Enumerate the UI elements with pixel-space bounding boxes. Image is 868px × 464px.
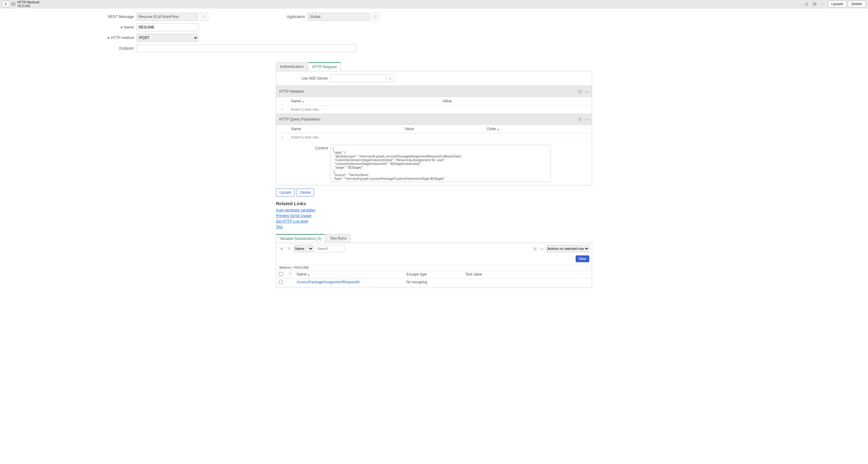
name-label: Name: [124, 25, 134, 29]
headers-table-head: Name▲ Value: [276, 97, 592, 105]
add-row-icon[interactable]: +: [276, 133, 289, 141]
http-method-label: HTTP method: [111, 36, 134, 40]
list-head: Name▲ Escape type Test value: [276, 271, 592, 279]
list-breadcrumb[interactable]: Method = RESUME: [276, 264, 592, 271]
link-preview-script[interactable]: Preview Script Usage: [276, 213, 592, 218]
query-table-head: Name Value Order▲: [276, 125, 592, 133]
svg-point-10: [389, 77, 391, 79]
delete-button[interactable]: Delete: [297, 188, 314, 196]
mid-server-label: Use MID Server: [276, 76, 331, 81]
name-field[interactable]: [136, 23, 198, 31]
svg-line-13: [290, 274, 291, 275]
list-col-name[interactable]: Name: [297, 272, 307, 276]
insert-row-text: Insert a new row...: [289, 105, 440, 114]
query-col-name[interactable]: Name: [289, 125, 402, 133]
application-field[interactable]: [308, 13, 370, 21]
http-headers-title: HTTP Headers: [279, 89, 304, 94]
actions-select[interactable]: Actions on selected rows...: [546, 245, 589, 252]
required-icon: ✱: [107, 36, 110, 40]
endpoint-label: Endpoint: [119, 46, 134, 51]
list-settings-icon[interactable]: ⚙: [532, 246, 538, 251]
application-info-icon[interactable]: [371, 13, 379, 21]
row-search-icon[interactable]: [285, 272, 295, 277]
query-params-section: HTTP Query Parameters ⚙ —: [276, 114, 592, 125]
link-test[interactable]: Test: [276, 224, 592, 230]
delete-button-top[interactable]: Delete: [848, 1, 866, 7]
section-settings-icon[interactable]: ⚙: [578, 117, 583, 122]
sort-asc-icon: ▲: [302, 100, 304, 103]
headers-col-value[interactable]: Value: [440, 97, 592, 105]
select-all-checkbox[interactable]: [279, 272, 283, 276]
svg-rect-3: [815, 4, 816, 6]
rest-message-label: REST Message: [108, 14, 134, 19]
more-icon[interactable]: ⋯: [819, 1, 826, 7]
menu-icon[interactable]: [11, 2, 16, 6]
rest-message-field[interactable]: [136, 13, 198, 21]
query-col-order[interactable]: Order: [487, 127, 496, 131]
tab-strip: Authentication HTTP Request: [276, 62, 592, 71]
tab-authentication[interactable]: Authentication: [276, 62, 308, 71]
update-button-top[interactable]: Update: [828, 1, 847, 7]
top-bar: HTTP Method RESUME ⋯ Update Delete: [0, 0, 868, 8]
form-section: REST Message Application ✱Name ✱HTTP met…: [0, 8, 868, 59]
link-set-http-log[interactable]: Set HTTP Log level: [276, 218, 592, 224]
rest-message-info-icon[interactable]: [200, 13, 208, 21]
row-escape: No escaping: [406, 280, 465, 285]
record-type: HTTP Method: [18, 0, 39, 4]
query-insert-row[interactable]: + Insert a new row...: [276, 133, 592, 142]
list-col-test[interactable]: Test value: [465, 272, 592, 277]
record-title-block: HTTP Method RESUME: [18, 0, 39, 7]
update-button[interactable]: Update: [276, 188, 295, 196]
svg-rect-1: [815, 3, 816, 4]
list-row[interactable]: AccessPackageAssignmentRequestId No esca…: [276, 279, 592, 286]
query-col-value[interactable]: Value: [402, 125, 484, 133]
tab-test-runs[interactable]: Test Runs: [326, 234, 350, 243]
section-collapse-icon[interactable]: —: [584, 117, 589, 122]
list-filter-icon[interactable]: [286, 247, 292, 250]
tab-http-request[interactable]: HTTP Request: [308, 62, 341, 71]
list-menu-icon[interactable]: ≡: [279, 246, 284, 251]
svg-rect-2: [813, 4, 814, 6]
headers-col-name[interactable]: Name: [291, 99, 301, 103]
sort-asc-icon: ▲: [497, 128, 500, 131]
http-method-select[interactable]: POST: [136, 34, 198, 42]
chevron-left-icon: [4, 2, 7, 6]
content-label: Content: [276, 145, 331, 182]
add-row-icon[interactable]: +: [276, 105, 289, 114]
section-settings-icon[interactable]: ⚙: [578, 89, 583, 94]
row-test: [465, 280, 592, 285]
required-icon: ✱: [120, 26, 123, 29]
related-links: Auto-generate variables Preview Script U…: [276, 207, 592, 230]
tab-variable-substitutions[interactable]: Variable Substitutions (3): [276, 234, 325, 243]
list-collapse-icon[interactable]: —: [540, 246, 544, 251]
svg-line-11: [391, 79, 392, 80]
mid-server-field[interactable]: [331, 74, 386, 83]
headers-insert-row[interactable]: + Insert a new row...: [276, 105, 592, 114]
list-search-input[interactable]: [315, 245, 344, 252]
link-auto-generate[interactable]: Auto-generate variables: [276, 207, 592, 213]
record-name: RESUME: [18, 4, 39, 8]
lower-tab-strip: Variable Substitutions (3) Test Runs: [276, 234, 592, 243]
content-textarea[interactable]: [331, 145, 551, 182]
activity-icon[interactable]: [811, 1, 818, 7]
list-col-escape[interactable]: Escape type: [406, 272, 465, 277]
attachment-icon[interactable]: [803, 1, 810, 7]
section-collapse-icon[interactable]: —: [584, 89, 589, 94]
list-container: ≡ Name ⚙ — Actions on selected rows... N…: [276, 243, 592, 288]
svg-point-6: [204, 16, 205, 17]
search-field-select[interactable]: Name: [293, 245, 313, 252]
mid-server-search-icon[interactable]: [386, 74, 394, 83]
svg-point-9: [375, 16, 376, 17]
application-label: Application: [283, 14, 308, 19]
row-checkbox[interactable]: [279, 280, 283, 284]
related-links-heading: Related Links: [276, 201, 592, 206]
row-name-link[interactable]: AccessPackageAssignmentRequestId: [297, 280, 360, 284]
query-params-title: HTTP Query Parameters: [279, 117, 320, 122]
back-button[interactable]: [2, 1, 9, 7]
sort-asc-icon: ▲: [307, 273, 310, 276]
http-headers-section: HTTP Headers ⚙ —: [276, 86, 592, 97]
svg-rect-0: [813, 3, 814, 4]
new-button[interactable]: New: [576, 255, 589, 262]
endpoint-field[interactable]: [136, 44, 356, 52]
insert-row-text: Insert a new row...: [289, 133, 402, 141]
